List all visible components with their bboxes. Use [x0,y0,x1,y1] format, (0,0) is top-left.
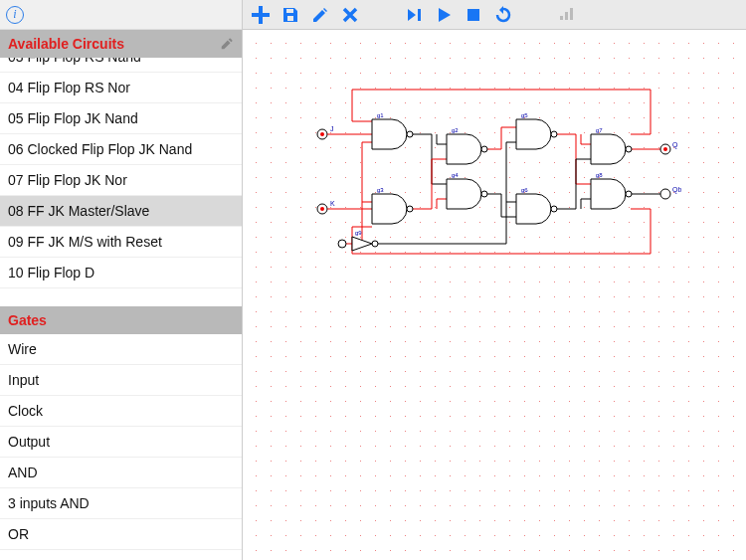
canvas[interactable]: J K Q Qb g1 g3 g2 g4 g5 [243,30,746,560]
svg-rect-0 [467,9,479,21]
stop-icon[interactable] [464,5,483,25]
gate-label: Output [8,434,50,450]
svg-point-22 [626,191,632,197]
gate-label: Input [8,372,39,388]
gate-nand[interactable]: g2 [447,127,487,164]
circuits-header: Available Circuits [0,30,242,58]
gate-label: Wire [8,341,37,357]
svg-text:g9: g9 [355,230,362,236]
svg-text:g1: g1 [377,112,384,118]
svg-text:g3: g3 [377,187,384,193]
circuit-label: 06 Clocked Flip Flop JK Nand [8,141,192,157]
svg-point-6 [663,147,667,151]
input-k-label: K [330,200,335,207]
gates-title: Gates [8,312,47,328]
svg-text:g2: g2 [452,127,459,133]
circuits-list: 03 Flip Flop RS Nand 04 Flip Flop RS Nor… [0,58,242,306]
output-q-label: Q [672,141,678,149]
svg-point-26 [338,240,346,248]
sidebar-topbar: i [0,0,242,30]
pencil-icon[interactable] [220,37,234,51]
list-item[interactable]: 08 FF JK Master/Slave [0,196,242,227]
svg-text:g5: g5 [521,112,528,118]
gate-nand[interactable]: g7 [591,127,632,164]
list-item[interactable]: 06 Clocked Flip Flop JK Nand [0,134,242,165]
circuit-diagram[interactable]: J K Q Qb g1 g3 g2 g4 g5 [292,80,690,279]
reset-icon[interactable] [493,5,513,25]
gate-nand[interactable]: g4 [447,172,487,209]
gate-label: AND [8,465,38,480]
save-icon[interactable] [280,5,300,25]
gate-not[interactable]: g9 [352,230,378,251]
toolbar [243,0,746,30]
list-item[interactable]: 10 Flip Flop D [0,258,242,288]
x-icon[interactable] [340,5,360,25]
list-item[interactable]: 05 Flip Flop JK Nand [0,103,242,134]
svg-point-4 [320,207,324,211]
list-item[interactable]: 09 FF JK M/S with Reset [0,227,242,258]
gate-nand[interactable]: g1 [372,112,413,149]
add-icon[interactable] [251,5,271,25]
play-icon[interactable] [434,5,454,25]
input-j-label: J [330,125,334,132]
list-item[interactable]: 03 Flip Flop RS Nand [0,58,242,73]
svg-point-18 [551,206,557,212]
svg-point-7 [660,189,670,199]
gate-nand[interactable]: g8 [591,172,632,209]
gate-label: 3 inputs AND [8,495,90,511]
list-item[interactable]: NOT [0,550,242,560]
circuit-label: 05 Flip Flop JK Nand [8,110,138,126]
output-qb-label: Qb [672,186,681,194]
info-icon[interactable]: i [6,6,24,24]
gate-nand[interactable]: g3 [372,187,413,224]
pencil-icon[interactable] [310,5,330,25]
circuit-label: 09 FF JK M/S with Reset [8,234,162,250]
step-icon[interactable] [404,5,424,25]
chart-icon [557,5,577,25]
svg-text:g7: g7 [596,127,603,133]
svg-point-24 [372,241,378,247]
gate-label: OR [8,526,29,542]
list-item[interactable]: Wire [0,334,242,365]
gates-list: Wire Input Clock Output AND 3 inputs AND… [0,334,242,560]
main: J K Q Qb g1 g3 g2 g4 g5 [243,0,746,560]
list-item[interactable]: 04 Flip Flop RS Nor [0,73,242,103]
circuits-title: Available Circuits [8,36,124,52]
svg-point-20 [626,146,632,152]
svg-point-10 [407,206,413,212]
gate-nand[interactable]: g5 [516,112,557,149]
svg-point-16 [551,131,557,137]
circuit-label: 04 Flip Flop RS Nor [8,80,130,95]
svg-point-14 [481,191,487,197]
svg-point-8 [407,131,413,137]
svg-point-12 [481,146,487,152]
circuit-label: 03 Flip Flop RS Nand [8,58,141,65]
circuit-label: 07 Flip Flop JK Nor [8,172,127,188]
list-item[interactable]: AND [0,458,242,488]
circuit-label: 10 Flip Flop D [8,265,94,280]
gate-nand[interactable]: g6 [516,187,557,224]
list-item[interactable]: Clock [0,396,242,427]
list-item[interactable]: OR [0,519,242,550]
svg-text:g8: g8 [596,172,603,178]
list-item[interactable]: 3 inputs AND [0,488,242,519]
svg-text:g4: g4 [452,172,459,178]
circuit-label: 08 FF JK Master/Slave [8,203,149,219]
svg-point-2 [320,132,324,136]
gate-label: Clock [8,403,43,419]
gates-header: Gates [0,306,242,334]
list-item[interactable]: 07 Flip Flop JK Nor [0,165,242,196]
sidebar: i Available Circuits 03 Flip Flop RS Nan… [0,0,243,560]
list-item[interactable]: Output [0,427,242,458]
svg-text:g6: g6 [521,187,528,193]
list-item[interactable]: Input [0,365,242,396]
